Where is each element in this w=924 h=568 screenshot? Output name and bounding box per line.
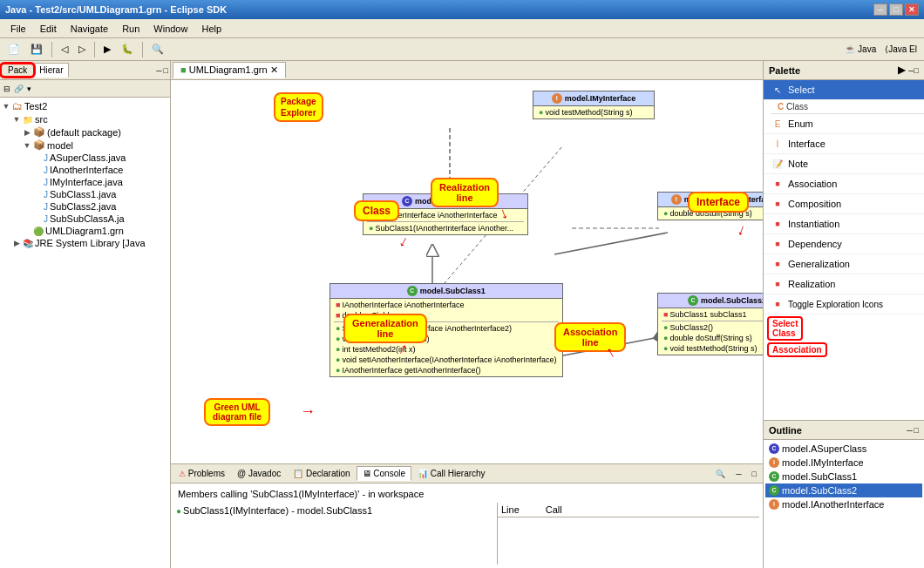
search-button[interactable]: 🔍 <box>147 41 168 57</box>
tab-problems[interactable]: ⚠ Problems <box>173 466 231 481</box>
tab-umldiagram[interactable]: ■ UMLDiagram1.grn ✕ <box>173 62 286 78</box>
palette-item-dependency[interactable]: ■ Dependency <box>764 234 924 254</box>
package-icon: 📦 <box>33 139 45 151</box>
result-item[interactable]: ● SubClass1(IMyInterface) - model.SubCla… <box>176 504 495 517</box>
palette-item-generalization[interactable]: ■ Generalization <box>764 254 924 274</box>
palette-item-label: Generalization <box>788 259 850 269</box>
annotation-association: Association <box>767 342 827 357</box>
tree-item-umldiagram[interactable]: 🟢 UMLDiagram1.grn <box>2 225 168 237</box>
menu-file[interactable]: File <box>3 22 33 36</box>
collapse-all-button[interactable]: ⊟ <box>2 83 12 95</box>
perspective-java[interactable]: ☕ Java <box>841 44 880 54</box>
palette-item-realization[interactable]: ■ Realization <box>764 274 924 294</box>
call-detail-header: Line Call <box>498 503 759 517</box>
menu-run[interactable]: Run <box>115 22 146 36</box>
outline-item-ianotherinterface[interactable]: I model.IAnotherInterface <box>765 497 922 511</box>
palette-item-toggle[interactable]: ■ Toggle Exploration Icons <box>764 294 924 314</box>
menu-window[interactable]: Window <box>146 22 194 36</box>
tree-item-imyinterface[interactable]: J IMyInterface.java <box>2 176 168 188</box>
menu-navigate[interactable]: Navigate <box>64 22 115 36</box>
panel-toolbar: ⊟ 🔗 ▾ <box>0 80 170 98</box>
bottom-panel-minimize[interactable]: ─ <box>731 467 745 481</box>
package-icon: 📦 <box>33 126 45 138</box>
palette-item-interface[interactable]: I Interface <box>764 134 924 154</box>
menu-edit[interactable]: Edit <box>33 22 64 36</box>
palette-subitem-class[interactable]: C Class <box>771 100 924 114</box>
palette-item-label: Enum <box>788 118 813 129</box>
tree-item-subclass2[interactable]: J SubClass2.java <box>2 200 168 213</box>
outline-item-imyinterface[interactable]: I model.IMyInterface <box>765 456 922 470</box>
class-name: model.SubClass2 <box>701 296 763 305</box>
view-menu-button[interactable]: ▾ <box>25 83 33 95</box>
tree-item-ianother[interactable]: J IAnotherInterface <box>2 164 168 176</box>
outline-minimize-button[interactable]: ─ <box>907 426 912 435</box>
tree-item-default-pkg[interactable]: ▶ 📦 (default package) <box>2 125 168 139</box>
palette-max-button[interactable]: □ <box>914 66 919 75</box>
palette-expand-button[interactable]: ▶ <box>898 64 905 76</box>
back-button[interactable]: ◁ <box>57 41 72 57</box>
palette-item-note[interactable]: 📝 Note <box>764 154 924 174</box>
tree-item-src[interactable]: ▼ 📁 src <box>2 113 168 125</box>
outline-item-subclass1[interactable]: C model.SubClass1 <box>765 470 922 483</box>
dep-icon: ■ <box>771 237 785 251</box>
palette-item-label: Composition <box>788 199 841 209</box>
tree-item-test2[interactable]: ▼ 🗂 Test2 <box>2 99 168 113</box>
tree-item-asuperclass[interactable]: J ASuperClass.java <box>2 152 168 164</box>
outline-item-subclass2[interactable]: C model.SubClass2 <box>765 483 922 497</box>
tree-label: UMLDiagram1.grn <box>45 226 124 236</box>
link-with-editor-button[interactable]: 🔗 <box>12 83 25 95</box>
tree-item-subsubclass[interactable]: J SubSubClassA.ja <box>2 213 168 225</box>
class-header: C model.SubClass1 <box>330 284 562 299</box>
debug-button[interactable]: 🐛 <box>117 41 138 57</box>
outline-item-label: model.SubClass1 <box>782 471 857 482</box>
uml-class-subclass2[interactable]: C model.SubClass2 ■ SubClass1 subClass1 … <box>657 293 763 355</box>
panel-minimize-button[interactable]: ─ <box>156 66 161 75</box>
bottom-panel-maximize[interactable]: □ <box>748 467 761 481</box>
palette-item-enum[interactable]: E Enum <box>764 114 924 134</box>
status-text: Members calling 'SubClass1(IMyInterface)… <box>174 487 759 501</box>
run-button[interactable]: ▶ <box>99 41 115 57</box>
tab-call-hierarchy[interactable]: 📊 Call Hierarchy <box>411 466 492 481</box>
class-body: ■ SubClass1 subClass1 ● SubClass2() ● do… <box>658 308 763 355</box>
outline-item-label: model.ASuperClass <box>782 443 866 454</box>
perspective-java-el[interactable]: ⟨Java El <box>881 44 921 54</box>
palette-item-composition[interactable]: ■ Composition <box>764 194 924 214</box>
forward-button[interactable]: ▷ <box>74 41 90 57</box>
palette-item-instantiation[interactable]: ■ Instantiation <box>764 214 924 234</box>
tree-label: SubClass1.java <box>50 189 116 199</box>
maximize-button[interactable]: □ <box>889 3 903 16</box>
callout-package-explorer: PackageExplorer <box>274 92 323 122</box>
tab-javadoc[interactable]: @ Javadoc <box>231 466 287 481</box>
tab-package-explorer[interactable]: Pack <box>2 63 33 78</box>
close-button[interactable]: ✕ <box>905 3 919 16</box>
bottom-panel-search[interactable]: 🔍 <box>711 467 730 481</box>
toggle-icon: ■ <box>771 297 785 311</box>
col-line: Line <box>501 504 520 515</box>
tree-item-model[interactable]: ▼ 📦 model <box>2 139 168 152</box>
tree-item-subclass1[interactable]: J SubClass1.java <box>2 188 168 200</box>
outline-panel: Outline ─ □ C model.ASuperClass I model.… <box>763 420 924 568</box>
callout-interface: Interface <box>688 192 749 213</box>
minimize-button[interactable]: ─ <box>873 3 887 16</box>
interface-icon: I <box>552 93 562 104</box>
outline-maximize-button[interactable]: □ <box>914 426 919 435</box>
save-button[interactable]: 💾 <box>26 41 47 57</box>
tab-declaration[interactable]: 📋 Declaration <box>287 466 356 481</box>
window-controls[interactable]: ─ □ ✕ <box>873 3 919 16</box>
java-icon: J <box>44 214 48 224</box>
callout-association: Associationline <box>554 322 626 352</box>
new-button[interactable]: 📄 <box>3 41 24 57</box>
tab-console[interactable]: 🖥 Console <box>357 466 411 481</box>
editor-tabs: ■ UMLDiagram1.grn ✕ <box>171 61 763 80</box>
palette-item-select[interactable]: ↖ Select <box>764 80 924 100</box>
class-icon: C <box>688 295 698 306</box>
center-panel: ■ UMLDiagram1.grn ✕ <box>171 61 763 568</box>
menu-help[interactable]: Help <box>194 22 228 36</box>
uml-class-imyinterface[interactable]: I model.IMyInterface ● void testMethod(S… <box>533 91 655 119</box>
class-method: ● IAnotherInterface getIAnotherInterface… <box>334 365 559 375</box>
tree-item-jre[interactable]: ▶ 📚 JRE System Library [Java <box>2 237 168 249</box>
panel-maximize-button[interactable]: □ <box>164 66 168 75</box>
outline-item-asuperclass[interactable]: C model.ASuperClass <box>765 442 922 456</box>
tab-hierarchy[interactable]: Hierar <box>33 63 69 78</box>
palette-item-association[interactable]: ■ Association <box>764 174 924 194</box>
